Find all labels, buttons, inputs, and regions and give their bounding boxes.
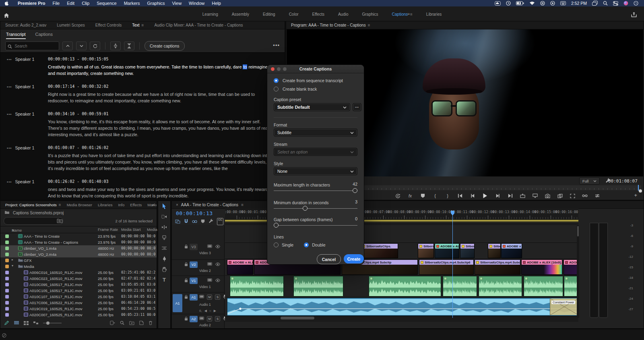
sync-lock-icon[interactable] [207, 262, 212, 267]
button-editor-settings-icon[interactable] [594, 193, 601, 199]
menu-item[interactable]: Help [208, 1, 225, 6]
audio-clip[interactable] [293, 276, 343, 296]
project-row[interactable]: A019C019_160525_R1JC.mov 25.00 fps 00:54… [0, 306, 157, 312]
panel-tab-menu-icon[interactable]: ≡ [142, 23, 144, 27]
captions-track-icon[interactable]: CC [217, 218, 223, 225]
sync-lock-icon[interactable] [199, 317, 204, 321]
segment-options-icon[interactable]: ••• [7, 58, 12, 62]
track-output-eye-icon[interactable] [215, 279, 220, 283]
label-color-chip[interactable] [5, 271, 9, 274]
project-row[interactable]: A020C007_160525_R1JC.mov 25.00 fps 00:05… [0, 312, 157, 318]
segment-options-icon[interactable]: ••• [7, 146, 12, 150]
track-target-a1[interactable]: A1 [190, 294, 198, 301]
workspace-tab[interactable]: Learning ≡ [202, 12, 218, 17]
add-keyframe-icon[interactable]: ○ [209, 309, 211, 313]
segment-options-icon[interactable]: ••• [7, 112, 12, 116]
lock-icon[interactable] [184, 245, 188, 249]
max-length-slider[interactable] [274, 188, 357, 194]
volume-rubber-band[interactable] [227, 298, 578, 315]
style-select[interactable]: None [274, 167, 357, 175]
track-name[interactable]: Audio 1 [199, 303, 211, 307]
video-clip[interactable]: SilbersaltzClips.mp4.Subclip8 [475, 259, 520, 275]
siri-icon[interactable] [623, 1, 628, 6]
track-header-a2[interactable]: A2 M S Audio 2 0, ◀ ○ ▶ [172, 314, 224, 329]
project-row[interactable]: A006C023_160510_R1JC.mov 25.00 fps 02:47… [0, 276, 157, 282]
project-row[interactable]: A017C006_160522_R1JC.mov 25.00 fps 06:46… [0, 300, 157, 306]
item-name[interactable]: climber_VO_1.m4a [24, 246, 56, 251]
label-color-chip[interactable] [5, 234, 9, 238]
program-timecode[interactable]: 00:01:08:07 [608, 178, 638, 184]
project-file-name[interactable]: Captions Screenshots.prproj [13, 211, 64, 215]
radio-double[interactable] [304, 243, 309, 247]
comparison-view-icon[interactable] [556, 193, 564, 199]
project-row[interactable]: A006C016_160510_R1JC.mov 25.00 fps 02:25… [0, 270, 157, 276]
segment-text[interactable]: Creativity is within all of us. Great id… [48, 64, 276, 77]
radio-selected-icon[interactable] [274, 78, 279, 83]
stage-manager-icon[interactable] [592, 1, 598, 6]
speaker-label[interactable]: Speaker 1 [15, 84, 34, 89]
track-header-v3[interactable]: V3 Video 3 [172, 242, 224, 260]
item-name[interactable]: A006C023_160510_R1JC.mov [29, 276, 83, 281]
program-monitor-tab[interactable]: Program: AAA - Time to Create - Captions… [291, 23, 370, 27]
segment-text[interactable]: ones and twos and make your way to like … [48, 186, 276, 199]
transcript-search-input[interactable] [5, 41, 59, 50]
track-header-v1[interactable]: V1 Video 1 [172, 276, 224, 292]
label-color-chip[interactable] [5, 289, 9, 292]
new-bin-icon[interactable] [129, 319, 134, 327]
stream-select[interactable]: Select an option [274, 148, 357, 156]
spotlight-icon[interactable] [603, 1, 608, 6]
snap-magnet-icon[interactable] [184, 218, 188, 225]
solo-button[interactable]: S [215, 294, 220, 300]
new-item-icon[interactable] [139, 319, 144, 327]
workspace-overflow-icon[interactable]: » [407, 11, 410, 16]
retranscribe-icon[interactable] [90, 41, 100, 50]
menu-item[interactable]: File [49, 1, 63, 6]
timeline-horizontal-scrollbar[interactable] [280, 317, 578, 319]
panel-tab[interactable]: Info ≡ [118, 203, 124, 207]
timeline-playhead[interactable] [452, 211, 453, 318]
create-button[interactable]: Create [344, 254, 364, 263]
track-name[interactable]: Video 3 [199, 251, 211, 255]
ripple-edit-tool[interactable] [158, 222, 170, 232]
extract-icon[interactable] [531, 193, 539, 199]
segment-text[interactable]: It's a puzzle that you have to sort of t… [48, 152, 276, 172]
min-duration-value[interactable]: 3 [355, 199, 357, 204]
audio-clip[interactable] [369, 276, 441, 296]
speaker-label[interactable]: Speaker 1 [15, 145, 34, 150]
go-to-in-icon[interactable] [456, 193, 464, 199]
track-target-v1[interactable]: V1 [190, 278, 198, 284]
share-export-icon[interactable] [631, 12, 637, 19]
double-label[interactable]: Double [312, 243, 325, 247]
list-view-icon[interactable] [14, 319, 19, 327]
track-a2-content[interactable]: Constant Power [225, 297, 578, 317]
radio-single[interactable] [274, 243, 279, 247]
menu-item[interactable]: Edit [63, 1, 78, 6]
workspace-tab[interactable]: Color ≡ [289, 12, 299, 17]
minimize-window-button[interactable] [277, 67, 281, 71]
transcript-segment[interactable]: •••Speaker 1 00:01:26:02 - 00:01:40:03 o… [0, 179, 285, 199]
panel-tab-menu-icon[interactable]: ≡ [368, 23, 370, 27]
dialog-titlebar[interactable]: Create Captions [267, 65, 364, 73]
bin-up-icon[interactable] [4, 210, 10, 215]
audio-clip[interactable] [524, 276, 563, 296]
selection-tool[interactable] [158, 201, 170, 211]
find-icon[interactable] [120, 319, 124, 327]
sync-lock-icon[interactable] [207, 278, 212, 283]
transcript-segment[interactable]: •••Speaker 1 00:00:17:14 - 00:00:32:02 R… [0, 84, 285, 104]
speaker-label[interactable]: Speaker 1 [15, 112, 34, 116]
lock-icon[interactable] [184, 317, 188, 321]
panel-tab[interactable]: Libraries ≡ [98, 203, 112, 207]
item-name[interactable]: Media [24, 264, 34, 269]
video-clip[interactable]: ADOBE x ALEX [564, 259, 578, 275]
freeform-view-icon[interactable] [33, 319, 38, 327]
lock-icon[interactable] [184, 278, 188, 283]
audio-clip[interactable] [230, 276, 284, 296]
video-clip[interactable]: SilbersaltzC [418, 243, 434, 258]
item-name[interactable]: AAA - Time to Create [24, 234, 60, 238]
item-name[interactable]: A010C107_160517_R1JC.mov [29, 294, 83, 299]
video-clip[interactable]: ADOBE x ALEX [16x9] [435, 243, 459, 258]
audio-clip[interactable] [443, 276, 477, 296]
project-row[interactable]: ▸ GFX [0, 257, 157, 263]
workspace-tab[interactable]: Effects ≡ [312, 12, 324, 17]
min-duration-slider[interactable] [274, 206, 357, 211]
